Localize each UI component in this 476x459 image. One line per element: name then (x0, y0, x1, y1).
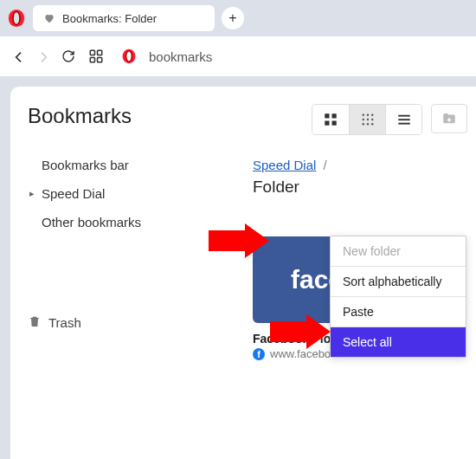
sidebar: Bookmarks Bookmarks bar ▸ Speed Dial Oth… (28, 104, 253, 459)
context-menu-sort-alphabetically[interactable]: Sort alphabetically (331, 267, 466, 296)
view-small-grid-button[interactable] (349, 105, 385, 134)
svg-point-2 (14, 12, 19, 23)
address-text[interactable]: bookmarks (149, 49, 212, 64)
opera-address-icon (121, 48, 137, 64)
svg-rect-25 (398, 123, 410, 125)
svg-point-9 (126, 52, 131, 61)
sidebar-item-trash[interactable]: Trash (28, 314, 253, 331)
svg-rect-12 (325, 121, 329, 126)
view-toolbar (253, 104, 476, 135)
svg-point-18 (366, 119, 368, 120)
reload-button[interactable] (61, 48, 76, 64)
context-menu-new-folder[interactable]: New folder (331, 236, 466, 266)
svg-point-19 (371, 119, 373, 120)
forward-button[interactable] (36, 50, 48, 62)
sidebar-item-speed-dial[interactable]: ▸ Speed Dial (28, 179, 253, 208)
tab-title: Bookmarks: Folder (62, 12, 157, 25)
facebook-favicon-icon: f (253, 348, 265, 360)
view-large-grid-button[interactable] (312, 105, 349, 134)
svg-rect-23 (398, 115, 410, 117)
heart-icon (43, 12, 55, 24)
svg-point-15 (366, 114, 368, 116)
svg-rect-11 (332, 113, 337, 118)
sidebar-item-label: Bookmarks bar (42, 158, 129, 172)
svg-rect-13 (332, 121, 337, 126)
svg-point-17 (362, 119, 363, 120)
svg-point-16 (371, 114, 373, 116)
context-menu-paste[interactable]: Paste (331, 297, 466, 326)
speed-dial-grid-icon[interactable] (88, 48, 104, 64)
svg-rect-6 (98, 58, 102, 62)
svg-rect-5 (90, 58, 94, 62)
svg-rect-3 (90, 50, 94, 55)
navbar: bookmarks (0, 36, 476, 76)
svg-rect-24 (398, 119, 410, 120)
browser-tab[interactable]: Bookmarks: Folder (33, 5, 215, 31)
svg-rect-10 (325, 113, 329, 118)
svg-point-22 (371, 123, 373, 125)
back-button[interactable] (12, 50, 24, 62)
breadcrumb: Speed Dial / Folder (253, 158, 476, 197)
sidebar-item-label: Speed Dial (42, 186, 105, 201)
trash-icon (28, 314, 42, 331)
svg-marker-27 (270, 314, 331, 349)
tab-strip: Bookmarks: Folder + (0, 0, 476, 36)
view-mode-group (312, 104, 422, 135)
view-list-button[interactable] (385, 105, 421, 134)
svg-point-20 (362, 123, 363, 125)
sidebar-item-bookmarks-bar[interactable]: Bookmarks bar (28, 151, 253, 179)
sidebar-item-label: Other bookmarks (42, 215, 141, 230)
annotation-arrow-bottom (270, 314, 331, 349)
breadcrumb-current: Folder (253, 178, 476, 197)
add-folder-button[interactable] (431, 104, 467, 133)
opera-logo-icon (7, 9, 26, 28)
context-menu: New folder Sort alphabetically Paste Sel… (330, 236, 466, 358)
breadcrumb-separator: / (324, 158, 327, 172)
new-tab-button[interactable]: + (222, 7, 244, 29)
svg-point-14 (362, 114, 363, 116)
svg-rect-4 (98, 50, 102, 55)
annotation-arrow-top (209, 223, 269, 258)
caret-right-icon: ▸ (29, 188, 36, 199)
sidebar-item-label: Trash (48, 315, 81, 330)
context-menu-select-all[interactable]: Select all (331, 327, 466, 357)
page-title: Bookmarks (28, 104, 253, 128)
svg-marker-26 (209, 223, 269, 258)
breadcrumb-parent-link[interactable]: Speed Dial (253, 158, 316, 172)
svg-point-21 (366, 123, 368, 125)
